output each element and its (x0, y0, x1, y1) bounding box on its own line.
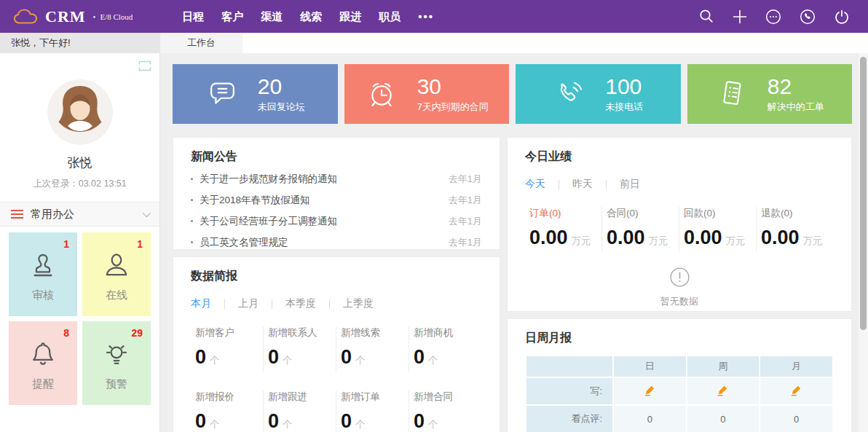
stat-contracts: 合同(0) 0.00万元 (602, 207, 679, 252)
tile-label: 在线 (82, 288, 151, 302)
card-view-button[interactable] (138, 60, 151, 74)
tab-today[interactable]: 今天 (525, 178, 545, 191)
stat-card-missed-calls[interactable]: 100 未接电话 (516, 64, 681, 124)
news-date: 去年1月 (449, 194, 482, 207)
search-button[interactable] (698, 8, 715, 25)
brackets-icon (138, 60, 151, 71)
tab-yesterday[interactable]: 昨天 (572, 178, 593, 191)
report-col-week: 周 (687, 356, 760, 377)
avatar[interactable] (47, 79, 113, 145)
tab-this-month[interactable]: 本月 (191, 297, 211, 310)
write-month-button[interactable] (790, 384, 802, 396)
quick-tiles: 1 审核 1 在线 8 (0, 227, 159, 411)
bullet-dot (191, 220, 193, 222)
reviews-month-count: 0 (760, 406, 832, 432)
tile-approvals[interactable]: 1 审核 (9, 232, 77, 316)
tab-last-quarter[interactable]: 上季度 (343, 297, 374, 310)
news-text: 关于进一步规范财务报销的通知 (200, 173, 337, 186)
tile-online[interactable]: 1 在线 (82, 232, 151, 316)
stat-new-orders: 新增订单 0个 (336, 390, 409, 432)
nav-item-schedule[interactable]: 日程 (173, 0, 213, 33)
nav-item-customers[interactable]: 客户 (213, 0, 252, 33)
user-portrait (47, 79, 113, 145)
news-list: 关于进一步规范财务报销的通知 去年1月 关于2018年春节放假通知 去年1月 关… (191, 168, 482, 253)
chat-bubble-icon (205, 77, 239, 111)
report-row-reviews-label: 看点评: (526, 406, 612, 432)
tile-alerts[interactable]: 29 预警 (82, 321, 151, 405)
news-date: 去年1月 (449, 215, 482, 228)
empty-state: 暂无数据 (525, 267, 834, 308)
tab-strip: 工作台 (160, 33, 868, 53)
tab-this-quarter[interactable]: 本季度 (285, 297, 316, 310)
stat-cards-row: 20 未回复论坛 30 7天内到期的合同 (173, 64, 852, 124)
stat-new-followups: 新增跟进 0个 (264, 390, 336, 432)
tab-workspace[interactable]: 工作台 (160, 33, 242, 53)
worksheet-icon (715, 77, 749, 111)
tile-label: 审核 (9, 288, 77, 302)
write-day-button[interactable] (644, 384, 656, 396)
alarm-clock-icon (365, 77, 398, 111)
nav-item-channels[interactable]: 渠道 (252, 0, 291, 33)
stat-card-expiring-contracts[interactable]: 30 7天内到期的合同 (344, 64, 510, 124)
report-panel: 日周月报 日 周 月 写: (507, 318, 852, 432)
reviews-week-count: 0 (687, 406, 760, 432)
nav-item-staff[interactable]: 职员 (370, 0, 409, 33)
stat-new-contacts: 新增联系人 0个 (264, 326, 336, 372)
report-table: 日 周 月 写: 看点评: 0 0 (525, 355, 834, 432)
nav-item-leads[interactable]: 线索 (291, 0, 331, 33)
tab-day-before[interactable]: 前日 (620, 178, 640, 191)
news-title: 新闻公告 (191, 149, 482, 165)
power-icon (833, 8, 851, 25)
tile-label: 提醒 (9, 377, 77, 391)
info-exclamation-icon (669, 267, 690, 288)
user-icon (101, 250, 132, 280)
add-button[interactable] (732, 9, 748, 25)
tab-last-month[interactable]: 上月 (238, 297, 259, 310)
badge-count: 1 (63, 238, 69, 250)
scrollbar-thumb[interactable] (860, 57, 867, 330)
stat-new-opportunities: 新增商机 0个 (409, 326, 482, 372)
bullet-dot (191, 178, 193, 180)
top-nav-bar: CRM •E/8 Cloud 日程 客户 渠道 线索 跟进 职员 ••• (0, 0, 868, 33)
app-logo[interactable]: CRM •E/8 Cloud (13, 7, 133, 26)
stat-label: 未接电话 (605, 101, 643, 114)
news-text: 员工英文名管理规定 (200, 236, 288, 249)
cloud-logo-icon (13, 8, 38, 25)
stamp-icon (28, 250, 58, 280)
badge-count: 1 (137, 238, 143, 250)
main-nav: 日程 客户 渠道 线索 跟进 职员 ••• (173, 0, 443, 33)
news-item[interactable]: 关于进一步规范财务报销的通知 去年1月 (191, 168, 482, 189)
news-item[interactable]: 关于2018年春节放假通知 去年1月 (191, 189, 482, 211)
call-button[interactable] (799, 8, 816, 25)
stat-card-open-tickets[interactable]: 82 解决中的工单 (687, 64, 853, 124)
news-text: 关于2018年春节放假通知 (200, 194, 310, 207)
common-office-section[interactable]: 常用办公 (0, 202, 159, 227)
news-date: 去年1月 (449, 173, 482, 186)
stat-card-forum[interactable]: 20 未回复论坛 (173, 64, 338, 124)
stat-value: 82 (768, 74, 824, 100)
scrollbar-track[interactable] (859, 53, 868, 432)
news-item[interactable]: 关于公司经营班子分工调整通知 去年1月 (191, 211, 482, 232)
logout-button[interactable] (833, 8, 851, 25)
tile-reminders[interactable]: 8 提醒 (9, 321, 77, 405)
stat-new-customers: 新增客户 0个 (191, 326, 264, 372)
bullet-dot (191, 199, 193, 201)
performance-tabs: 今天 昨天 前日 (525, 178, 834, 191)
nav-more-button[interactable]: ••• (409, 0, 443, 33)
performance-stats-grid: 订单(0) 0.00万元 合同(0) 0.00万元 回款(0) 0.00万元 (525, 207, 834, 252)
last-login: 上次登录：03.02 13:51 (0, 178, 159, 190)
stat-orders: 订单(0) 0.00万元 (525, 207, 602, 252)
plus-icon (732, 9, 748, 25)
write-week-button[interactable] (717, 384, 729, 396)
main-content: 20 未回复论坛 30 7天内到期的合同 (160, 53, 868, 432)
more-button[interactable] (765, 8, 782, 25)
empty-text: 暂无数据 (525, 295, 834, 308)
phone-circle-icon (799, 8, 816, 25)
nav-item-followups[interactable]: 跟进 (331, 0, 370, 33)
topbar-actions (698, 8, 851, 25)
news-item[interactable]: 员工英文名管理规定 去年1月 (191, 232, 482, 253)
reviews-day-count: 0 (614, 406, 686, 432)
stat-payments: 回款(0) 0.00万元 (679, 207, 757, 252)
stat-new-quotes: 新增报价 0个 (191, 390, 264, 432)
logo-title: CRM (45, 7, 86, 26)
